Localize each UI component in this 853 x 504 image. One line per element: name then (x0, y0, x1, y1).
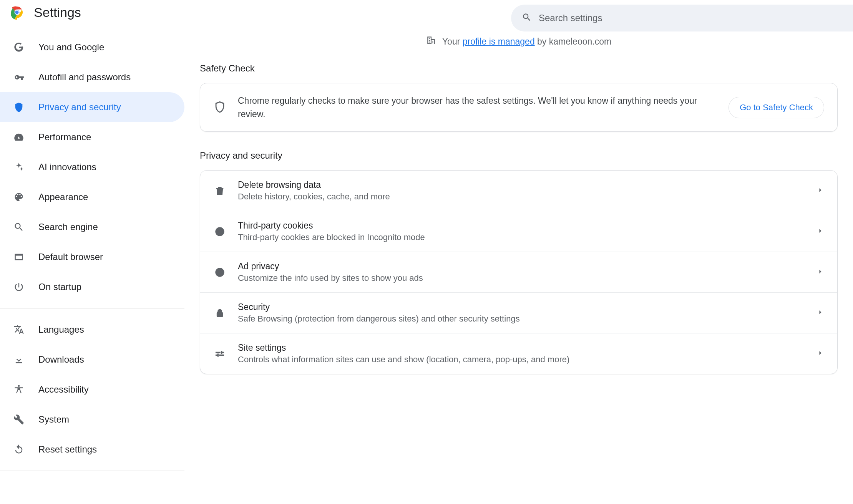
sidebar-item-label: Accessibility (38, 384, 89, 395)
trash-icon (213, 186, 226, 196)
go-to-safety-check-button[interactable]: Go to Safety Check (729, 97, 824, 118)
speedometer-icon (13, 131, 25, 143)
sidebar-item-label: Reset settings (38, 444, 97, 455)
row-title: Delete browsing data (238, 180, 805, 190)
sparkle-icon (13, 161, 25, 173)
content: Your profile is managed by kameleoon.com… (184, 25, 853, 477)
download-icon (13, 354, 25, 365)
row-sub: Controls what information sites can use … (238, 355, 805, 365)
sidebar-item-label: Appearance (38, 192, 88, 202)
row-title: Third-party cookies (238, 220, 805, 231)
key-icon (13, 71, 25, 83)
sidebar-item-label: Search engine (38, 222, 98, 232)
privacy-list-card: Delete browsing data Delete history, coo… (200, 170, 838, 374)
sidebar-item-languages[interactable]: Languages (0, 315, 184, 345)
translate-icon (13, 324, 25, 335)
sidebar-item-performance[interactable]: Performance (0, 122, 184, 152)
row-sub: Safe Browsing (protection from dangerous… (238, 314, 805, 324)
chevron-right-icon (816, 186, 824, 196)
row-third-party-cookies[interactable]: Third-party cookies Third-party cookies … (200, 211, 837, 252)
chevron-right-icon (816, 308, 824, 318)
row-title: Security (238, 302, 805, 312)
sidebar-item-label: AI innovations (38, 162, 96, 172)
sidebar-item-reset[interactable]: Reset settings (0, 434, 184, 464)
row-title: Ad privacy (238, 261, 805, 272)
sidebar-item-label: Autofill and passwords (38, 72, 131, 83)
safety-check-card: Chrome regularly checks to make sure you… (200, 83, 838, 132)
tune-icon (213, 348, 226, 359)
search-input[interactable] (539, 13, 853, 23)
managed-text: Your profile is managed by kameleoon.com (442, 36, 611, 47)
svg-point-6 (219, 232, 219, 233)
svg-point-2 (15, 10, 19, 15)
sidebar-item-startup[interactable]: On startup (0, 272, 184, 302)
sidebar-item-label: System (38, 414, 69, 425)
row-title: Site settings (238, 343, 805, 353)
sidebar-item-label: Languages (38, 324, 84, 335)
search-icon (13, 221, 25, 233)
sidebar-item-label: Downloads (38, 354, 84, 365)
privacy-section-title: Privacy and security (200, 150, 838, 161)
page-title: Settings (34, 5, 81, 20)
cookie-icon (213, 226, 226, 237)
row-delete-browsing-data[interactable]: Delete browsing data Delete history, coo… (200, 171, 837, 211)
google-icon (13, 41, 25, 53)
managed-link[interactable]: profile is managed (463, 36, 535, 46)
ad-privacy-icon (213, 267, 226, 278)
sidebar-item-label: On startup (38, 282, 81, 292)
sidebar-divider (0, 471, 184, 471)
managed-banner: Your profile is managed by kameleoon.com (200, 35, 838, 48)
building-icon (426, 35, 436, 48)
sidebar-item-system[interactable]: System (0, 405, 184, 434)
sidebar-item-default-browser[interactable]: Default browser (0, 242, 184, 272)
shield-icon (13, 101, 25, 113)
sidebar-item-autofill[interactable]: Autofill and passwords (0, 62, 184, 92)
row-sub: Delete history, cookies, cache, and more (238, 192, 805, 202)
power-icon (13, 281, 25, 293)
chrome-logo-icon (9, 5, 25, 20)
chevron-right-icon (816, 227, 824, 236)
row-sub: Third-party cookies are blocked in Incog… (238, 232, 805, 242)
svg-point-4 (218, 230, 219, 231)
chevron-right-icon (816, 268, 824, 277)
svg-rect-9 (217, 312, 222, 317)
lock-icon (213, 308, 226, 318)
sidebar-item-search-engine[interactable]: Search engine (0, 212, 184, 242)
sidebar-item-privacy[interactable]: Privacy and security (0, 92, 184, 122)
sidebar-item-appearance[interactable]: Appearance (0, 182, 184, 212)
svg-point-5 (220, 230, 221, 230)
sidebar-item-label: You and Google (38, 42, 104, 53)
palette-icon (13, 191, 25, 203)
sidebar: You and Google Autofill and passwords Pr… (0, 25, 184, 477)
sidebar-item-you-and-google[interactable]: You and Google (0, 32, 184, 62)
reset-icon (13, 444, 25, 455)
sidebar-item-accessibility[interactable]: Accessibility (0, 375, 184, 405)
chevron-right-icon (816, 349, 824, 358)
search-settings-box[interactable] (511, 5, 853, 32)
accessibility-icon (13, 384, 25, 395)
sidebar-item-label: Performance (38, 132, 91, 143)
row-sub: Customize the info used by sites to show… (238, 273, 805, 283)
sidebar-divider (0, 308, 184, 308)
sidebar-item-ai[interactable]: AI innovations (0, 152, 184, 182)
sidebar-item-label: Default browser (38, 252, 103, 262)
safety-check-title: Safety Check (200, 63, 838, 74)
search-icon (522, 12, 532, 24)
svg-point-7 (221, 232, 221, 233)
row-ad-privacy[interactable]: Ad privacy Customize the info used by si… (200, 252, 837, 292)
sidebar-item-downloads[interactable]: Downloads (0, 345, 184, 375)
svg-point-3 (216, 227, 224, 235)
browser-icon (13, 251, 25, 263)
wrench-icon (13, 414, 25, 425)
shield-outline-icon (213, 100, 226, 115)
safety-check-description: Chrome regularly checks to make sure you… (238, 94, 717, 121)
row-security[interactable]: Security Safe Browsing (protection from … (200, 292, 837, 333)
row-site-settings[interactable]: Site settings Controls what information … (200, 333, 837, 374)
sidebar-item-label: Privacy and security (38, 102, 121, 113)
